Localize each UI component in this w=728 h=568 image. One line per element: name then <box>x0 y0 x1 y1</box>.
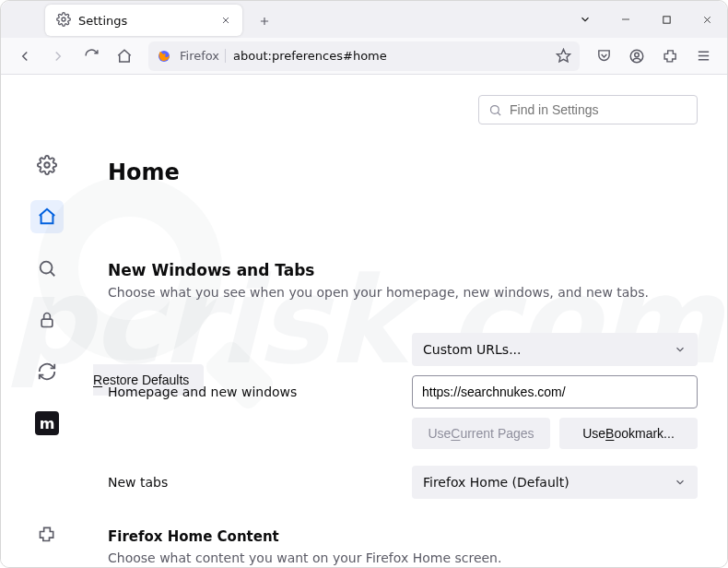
url-bar[interactable]: Firefox about:preferences#home <box>148 41 580 71</box>
section-home-content-desc: Choose what content you want on your Fir… <box>108 550 698 565</box>
newtabs-select[interactable]: Firefox Home (Default) <box>412 466 698 499</box>
new-tab-button[interactable] <box>252 8 277 34</box>
home-button[interactable] <box>110 41 139 71</box>
homepage-label: Homepage and new windows <box>108 385 403 399</box>
chevron-down-icon <box>674 476 687 489</box>
pocket-button[interactable] <box>589 41 618 71</box>
newtabs-value: Firefox Home (Default) <box>423 475 569 490</box>
prefs-main: Home Restore Defaults New Windows and Ta… <box>93 75 727 567</box>
svg-rect-8 <box>41 319 53 326</box>
section-new-windows-title: New Windows and Tabs <box>108 261 698 279</box>
prefs-sidebar: m <box>1 75 93 567</box>
find-input[interactable] <box>510 102 687 117</box>
url-text: about:preferences#home <box>233 49 546 63</box>
tab-settings[interactable]: Settings <box>45 5 242 36</box>
newtabs-label: New tabs <box>108 475 403 490</box>
nav-toolbar: Firefox about:preferences#home <box>1 38 727 75</box>
section-new-windows-desc: Choose what you see when you open your h… <box>108 285 698 300</box>
maximize-button[interactable] <box>646 1 687 38</box>
svg-point-7 <box>41 262 53 274</box>
find-in-settings[interactable] <box>478 95 698 124</box>
homepage-url-input[interactable] <box>412 375 698 408</box>
identity-label: Firefox <box>180 49 226 63</box>
search-icon <box>488 103 502 117</box>
account-button[interactable] <box>622 41 652 71</box>
svg-point-6 <box>44 162 50 168</box>
list-tabs-button[interactable] <box>565 1 605 38</box>
sidebar-extensions[interactable] <box>30 517 64 550</box>
svg-point-0 <box>62 18 65 21</box>
forward-button[interactable] <box>43 41 73 71</box>
close-icon[interactable] <box>218 13 233 28</box>
homepage-mode-select[interactable]: Custom URLs... <box>412 333 698 366</box>
mozilla-icon: m <box>35 411 59 435</box>
sidebar-general[interactable] <box>30 148 64 182</box>
page-title: Home <box>108 160 698 185</box>
sidebar-search[interactable] <box>30 252 64 285</box>
homepage-mode-value: Custom URLs... <box>423 342 522 357</box>
firefox-logo-icon <box>156 48 172 65</box>
back-button[interactable] <box>10 41 40 71</box>
bookmark-star-icon[interactable] <box>554 48 572 64</box>
titlebar: Settings <box>1 1 727 38</box>
sidebar-privacy[interactable] <box>30 303 64 337</box>
section-home-content-title: Firefox Home Content <box>108 528 698 545</box>
svg-marker-3 <box>557 49 569 61</box>
sidebar-home[interactable] <box>30 200 64 233</box>
tabs-strip: Settings <box>1 1 565 38</box>
svg-point-5 <box>635 53 640 57</box>
gear-icon <box>56 12 71 30</box>
minimize-button[interactable] <box>605 1 646 38</box>
sidebar-sync[interactable] <box>30 355 64 388</box>
use-bookmark-button[interactable]: Use Bookmark... <box>559 418 698 449</box>
sidebar-more-mozilla[interactable]: m <box>30 407 64 440</box>
use-current-pages-button[interactable]: Use Current Pages <box>412 418 550 449</box>
extensions-button[interactable] <box>655 41 685 71</box>
close-window-button[interactable] <box>687 1 727 38</box>
tab-title: Settings <box>78 14 127 28</box>
reload-button[interactable] <box>76 41 106 71</box>
chevron-down-icon <box>674 343 687 356</box>
svg-rect-1 <box>663 16 669 22</box>
svg-point-9 <box>491 105 499 113</box>
window-controls <box>565 1 727 38</box>
app-menu-button[interactable] <box>688 41 718 71</box>
content-area: pcrisk.com m Hom <box>1 75 727 567</box>
